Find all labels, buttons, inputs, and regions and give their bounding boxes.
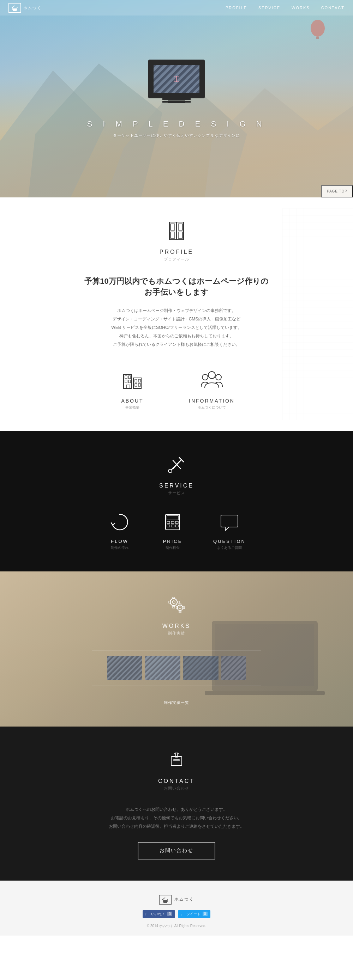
profile-icon: [164, 219, 189, 243]
svg-text:t: t: [181, 913, 182, 916]
service-section: SERVICE サービス FLOW 制作の流れ: [0, 431, 353, 571]
about-title-en: ABOUT: [118, 398, 147, 404]
nav-service[interactable]: SERVICE: [259, 6, 280, 10]
svg-rect-36: [166, 514, 180, 530]
price-title-en: PRICE: [160, 539, 185, 544]
svg-rect-12: [171, 224, 175, 230]
facebook-count: 0: [167, 912, 172, 916]
works-more-link[interactable]: 制作実績一覧: [164, 700, 189, 705]
works-thumb-3[interactable]: [183, 656, 219, 680]
svg-rect-51: [173, 606, 175, 608]
profile-text-line4: 神戸も含むるん、本国からのご依頼もお待ちしております。: [119, 334, 234, 339]
hero-title: S I M P L E D E S I G N: [87, 119, 266, 129]
svg-rect-18: [125, 376, 127, 379]
svg-rect-37: [167, 516, 178, 520]
contact-title-en: CONTACT: [0, 778, 353, 784]
works-title-ja: 制作実績: [0, 631, 353, 636]
svg-point-28: [202, 374, 208, 380]
svg-rect-21: [128, 380, 131, 383]
nav-profile[interactable]: PROFILE: [225, 6, 247, 10]
works-title-en: WORKS: [0, 623, 353, 629]
question-title-ja: よくあるご質問: [213, 545, 246, 550]
service-icon: [164, 452, 189, 477]
svg-rect-57: [179, 611, 181, 612]
info-title-en: INFORMATION: [189, 398, 235, 404]
about-title-ja: 事業概要: [118, 405, 147, 410]
question-card[interactable]: QUESTION よくあるご質問: [213, 510, 246, 550]
works-section: WORKS 制作実績 制作実績一覧: [0, 571, 353, 727]
profile-text: ホムつくはホームページ制作・ウェブデザインの事務所です。 デザイン・コーディング…: [81, 306, 272, 348]
svg-rect-15: [178, 232, 182, 238]
service-title-ja: サービス: [0, 490, 353, 496]
nav-contact[interactable]: CONTACT: [321, 6, 345, 10]
svg-point-49: [172, 601, 175, 603]
works-gallery: [92, 650, 261, 686]
profile-title-ja: プロフィール: [0, 257, 353, 262]
flow-icon: [107, 510, 132, 535]
hero-monitor: [148, 60, 205, 99]
svg-rect-25: [138, 383, 141, 387]
monitor-base: [162, 101, 191, 103]
svg-text:f: f: [145, 913, 147, 916]
svg-rect-14: [171, 232, 175, 238]
svg-point-31: [168, 469, 172, 473]
nav-works[interactable]: WORKS: [292, 6, 310, 10]
flow-title-ja: 制作の流れ: [107, 545, 132, 550]
contact-text: ホムつくへのお問い合わせ、ありがとうございます。 お電話のお見積もり、その他何で…: [0, 805, 353, 830]
footer-logo: ホムつく: [0, 895, 353, 905]
facebook-label: いいね！: [151, 912, 165, 916]
svg-rect-20: [125, 380, 127, 383]
svg-rect-19: [128, 376, 131, 379]
facebook-button[interactable]: f いいね！ 0: [143, 910, 175, 918]
profile-section: PROFILE プロフィール 予算10万円以内でもホムつくはホームページ作りのお…: [0, 197, 353, 431]
monitor-stand: [162, 99, 191, 100]
works-thumb-2[interactable]: [145, 656, 180, 680]
question-title-en: QUESTION: [213, 539, 246, 544]
contact-icon: [164, 748, 189, 772]
contact-title-ja: お問い合わせ: [0, 786, 353, 791]
information-icon: [198, 366, 226, 394]
information-card[interactable]: INFORMATION ホムつくについて: [189, 366, 235, 410]
works-thumb-1[interactable]: [107, 656, 142, 680]
works-thumb-4[interactable]: [221, 656, 246, 680]
twitter-button[interactable]: t ツイート 0: [178, 910, 210, 918]
hero-section: S I M P L E D E S I G N ターゲットユーザーに使いやすく伝…: [0, 0, 353, 197]
hero-subtitle: ターゲットユーザーに使いやすく伝えやすいシンプルなデザインに: [113, 133, 240, 138]
contact-button[interactable]: お問い合わせ: [138, 842, 215, 859]
flow-title-en: FLOW: [107, 539, 132, 544]
svg-rect-41: [167, 525, 170, 527]
svg-point-29: [216, 374, 221, 380]
profile-title-en: PROFILE: [0, 249, 353, 255]
price-icon: [160, 510, 185, 535]
svg-rect-40: [176, 521, 178, 523]
svg-rect-53: [178, 601, 180, 603]
price-title-ja: 制作料金: [160, 545, 185, 550]
contact-text-3: お問い合わせ内容の確認後、担当者よりご連絡をさせていただきます。: [109, 824, 244, 829]
svg-rect-22: [135, 379, 137, 382]
svg-point-55: [179, 607, 181, 609]
footer: ホムつく f いいね！ 0 t ツイート 0 © 2014 ホムつく All R…: [0, 881, 353, 935]
profile-text-line3: WEB サービスを全般にSOHO/フリーランスとして活躍しています。: [111, 325, 241, 330]
page-top-button[interactable]: PAGE TOP: [321, 185, 353, 197]
header: ホムつく PROFILE SERVICE WORKS CONTACT: [0, 0, 353, 16]
contact-section: CONTACT お問い合わせ ホムつくへのお問い合わせ、ありがとうございます。 …: [0, 727, 353, 881]
svg-rect-13: [178, 224, 182, 230]
svg-rect-26: [126, 385, 130, 388]
flow-card[interactable]: FLOW 制作の流れ: [107, 510, 132, 550]
contact-text-2: お電話のお見積もり、その他何でもお気軽にお問い合わせください。: [111, 815, 242, 820]
twitter-label: ツイート: [186, 912, 201, 916]
twitter-count: 0: [203, 912, 208, 916]
logo[interactable]: ホムつく: [8, 3, 42, 13]
svg-rect-43: [176, 525, 178, 527]
svg-point-54: [177, 605, 183, 611]
profile-cards: ABOUT 事業概要 INFORMATION ホムつくについて: [0, 366, 353, 410]
price-card[interactable]: PRICE 制作料金: [160, 510, 185, 550]
svg-rect-60: [171, 757, 182, 766]
logo-text: ホムつく: [23, 5, 42, 11]
about-card[interactable]: ABOUT 事業概要: [118, 366, 147, 410]
footer-logo-icon: [159, 895, 172, 905]
works-content: WORKS 制作実績 制作実績一覧: [0, 593, 353, 705]
contact-text-1: ホムつくへのお問い合わせ、ありがとうございます。: [126, 807, 227, 812]
profile-main-title: 予算10万円以内でもホムつくはホームページ作りのお手伝いをします: [81, 276, 272, 298]
service-title-en: SERVICE: [0, 483, 353, 489]
